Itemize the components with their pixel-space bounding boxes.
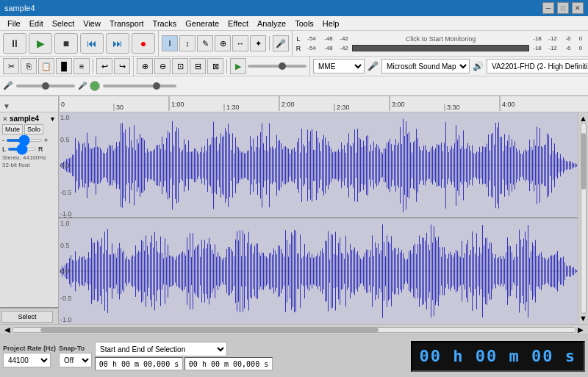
playback-speed-slider[interactable]: [248, 65, 306, 68]
zoom-in-button[interactable]: ⊕: [137, 58, 153, 74]
trim-button[interactable]: ▐▌: [56, 58, 72, 74]
scroll-left-button[interactable]: ◀: [3, 326, 12, 334]
zoom-toggle-button[interactable]: ⊠: [207, 58, 223, 74]
position-display: 00 h 00 m 00 s: [411, 341, 585, 372]
maximize-button[interactable]: □: [557, 2, 569, 14]
start-time-input[interactable]: 00 h 00 m 00,000 s: [95, 357, 183, 370]
output-device-select[interactable]: VA2201-FHD (2- High Definition: [487, 59, 588, 73]
pan-slider[interactable]: [7, 148, 37, 151]
select-button[interactable]: Select: [1, 311, 53, 323]
mute-button[interactable]: Mute: [2, 124, 23, 134]
snap-to-select[interactable]: Off: [59, 353, 92, 367]
mic-button[interactable]: 🎤: [273, 35, 289, 51]
close-button[interactable]: ✕: [572, 2, 584, 14]
menu-file[interactable]: File: [3, 18, 25, 29]
selection-group: Start and End of Selection 00 h 00 m 00,…: [95, 342, 408, 370]
meter-tick-r: -54: [303, 45, 320, 51]
silence-button[interactable]: ≡: [74, 58, 90, 74]
project-rate-label: Project Rate (Hz): [3, 345, 56, 352]
solo-button[interactable]: Solo: [24, 124, 43, 134]
track-name: sample4: [10, 115, 48, 123]
track-area: ✕ sample4 ▼ Mute Solo - + L R: [0, 112, 588, 324]
mic-icon2: 🎤: [3, 81, 13, 90]
play-at-speed-button[interactable]: ▶: [230, 58, 246, 74]
level-L-label: L: [295, 35, 301, 43]
snap-to-group: Snap-To Off: [59, 345, 92, 367]
copy-button[interactable]: ⎘: [21, 58, 37, 74]
menu-transport[interactable]: Transport: [105, 18, 148, 29]
svg-rect-26: [59, 218, 578, 324]
stop-button[interactable]: ■: [54, 33, 78, 54]
toolbar-area: ⏸ ▶ ■ ⏮ ⏭ ● I ↕ ✎ ⊕ ↔ ✦ 🎤: [0, 31, 588, 96]
gain-slider[interactable]: [6, 139, 43, 142]
end-time-input[interactable]: 00 h 00 m 00,000 s: [184, 357, 273, 370]
selection-mode-select[interactable]: Start and End of Selection: [95, 342, 227, 356]
menu-view[interactable]: View: [79, 18, 105, 29]
click-to-monitor[interactable]: Click to Start Monitoring: [352, 35, 529, 43]
window-title: sample4: [4, 4, 35, 12]
h-scrollbar-track: [12, 327, 576, 333]
zoom-sel-button[interactable]: ⊡: [172, 58, 188, 74]
r-meter-bar: [352, 45, 529, 51]
menu-effect[interactable]: Effect: [223, 18, 253, 29]
envelope-tool-button[interactable]: ↕: [179, 35, 196, 51]
zoom-tool-button[interactable]: ⊕: [215, 35, 231, 51]
timeshift-tool-button[interactable]: ↔: [232, 35, 248, 51]
vertical-scrollbar[interactable]: ▲ ▼: [578, 112, 588, 324]
output-volume-slider[interactable]: [103, 85, 176, 87]
multi-tool-button[interactable]: ✦: [250, 35, 266, 51]
zoom-fit-button[interactable]: ⊟: [190, 58, 206, 74]
host-select[interactable]: MME: [313, 59, 365, 73]
position-value: 00 h 00 m 00 s: [420, 347, 576, 365]
scrollbar-thumb[interactable]: [581, 133, 586, 190]
cut-button[interactable]: ✂: [3, 58, 19, 74]
svg-text:30: 30: [116, 104, 123, 111]
pause-button[interactable]: ⏸: [3, 33, 26, 54]
input-volume-slider[interactable]: [16, 85, 75, 87]
selection-tool-button[interactable]: I: [162, 35, 178, 51]
skip-forward-button[interactable]: ⏭: [106, 33, 129, 54]
draw-tool-button[interactable]: ✎: [197, 35, 213, 51]
svg-text:1:00: 1:00: [171, 101, 184, 108]
meter-tick-r: -48: [321, 45, 336, 51]
menu-tracks[interactable]: Tracks: [148, 18, 182, 29]
title-bar: sample4 ─ □ ✕: [0, 0, 588, 16]
record-button[interactable]: ●: [132, 33, 155, 54]
menu-analyze[interactable]: Analyze: [253, 18, 290, 29]
track-close-icon[interactable]: ✕: [2, 115, 8, 123]
project-rate-select[interactable]: 44100: [3, 353, 51, 367]
scroll-right-button[interactable]: ▶: [576, 326, 585, 334]
level-R-label: R: [295, 45, 301, 52]
meter-tick: 0: [576, 35, 585, 42]
menu-tools[interactable]: Tools: [290, 18, 318, 29]
svg-text:0: 0: [61, 101, 65, 108]
menu-help[interactable]: Help: [318, 18, 344, 29]
track-collapse-icon[interactable]: ▼: [49, 115, 56, 123]
snap-to-label: Snap-To: [59, 345, 92, 352]
h-scrollbar-thumb[interactable]: [40, 328, 379, 332]
scroll-up-button[interactable]: ▲: [580, 114, 587, 123]
status-bar: Project Rate (Hz) 44100 Snap-To Off Star…: [0, 334, 588, 377]
meter-tick-r: -6: [561, 45, 576, 51]
menu-select[interactable]: Select: [48, 18, 79, 29]
meter-tick: -54: [303, 35, 320, 42]
zoom-out-button[interactable]: ⊖: [154, 58, 171, 74]
input-device-select[interactable]: Microsoft Sound Mapper: [381, 59, 470, 73]
svg-text:4:00: 4:00: [502, 101, 515, 108]
meter-tick: -18: [530, 35, 545, 42]
minimize-button[interactable]: ─: [542, 2, 554, 14]
meter-tick: -6: [561, 35, 576, 42]
redo-button[interactable]: ↪: [114, 58, 130, 74]
menu-edit[interactable]: Edit: [25, 18, 48, 29]
waveform-display: 1.0 0.5 0.0 -0.5 -1.0 1.0 0: [59, 112, 578, 324]
scroll-down-button[interactable]: ▼: [580, 314, 587, 323]
paste-button[interactable]: 📋: [38, 58, 54, 74]
svg-text:0.5: 0.5: [61, 289, 71, 296]
svg-text:3:00: 3:00: [392, 101, 405, 108]
window-controls: ─ □ ✕: [542, 2, 584, 14]
undo-button[interactable]: ↩: [96, 58, 112, 74]
speaker-icon: 🔊: [473, 61, 484, 71]
skip-back-button[interactable]: ⏮: [80, 33, 104, 54]
menu-generate[interactable]: Generate: [181, 18, 223, 29]
play-button[interactable]: ▶: [29, 33, 52, 54]
